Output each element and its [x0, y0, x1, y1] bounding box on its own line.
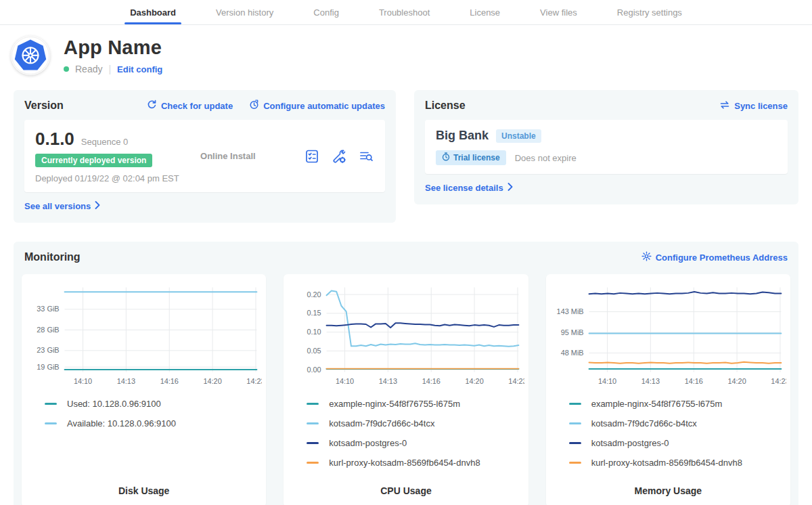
- legend-swatch: [45, 403, 57, 405]
- tab-troubleshoot[interactable]: Troubleshoot: [378, 0, 431, 24]
- svg-text:14:13: 14:13: [117, 377, 135, 385]
- license-details-row: Big Bank Unstable Trial license Does not…: [425, 120, 788, 174]
- legend-item: example-nginx-54f8f76755-l675m: [569, 399, 786, 409]
- tab-license[interactable]: License: [468, 0, 501, 24]
- chart-title: Memory Usage: [550, 468, 786, 496]
- legend-label: kotsadm-7f9dc7d66c-b4tcx: [591, 418, 697, 429]
- tab-view-files[interactable]: View files: [539, 0, 579, 24]
- configure-automatic-updates-label: Configure automatic updates: [263, 101, 385, 111]
- configure-automatic-updates-button[interactable]: Configure automatic updates: [249, 100, 385, 112]
- legend-item: Used: 10.128.0.96:9100: [45, 399, 262, 409]
- legend-label: kotsadm-7f9dc7d66c-b4tcx: [329, 418, 434, 429]
- svg-text:14:20: 14:20: [727, 377, 746, 385]
- preflight-checks-icon[interactable]: [304, 148, 320, 164]
- trial-license-label: Trial license: [453, 153, 500, 162]
- svg-text:95 MiB: 95 MiB: [560, 328, 583, 336]
- legend-label: kotsadm-postgres-0: [329, 438, 407, 448]
- gear-icon: [641, 251, 652, 263]
- chart-title: Disk Usage: [26, 468, 262, 496]
- deploy-logs-icon[interactable]: [358, 148, 374, 164]
- version-number: 0.1.0: [35, 129, 74, 150]
- status-badge: Ready: [75, 64, 102, 74]
- memory-usage-chart: 48 MiB95 MiB143 MiB14:1014:1314:1614:201…: [550, 281, 786, 389]
- disk-usage-legend: Used: 10.128.0.96:9100Available: 10.128.…: [26, 399, 262, 429]
- svg-text:0.10: 0.10: [307, 328, 321, 336]
- check-for-update-button[interactable]: Check for update: [147, 100, 233, 112]
- check-for-update-label: Check for update: [161, 101, 233, 111]
- see-all-versions-link[interactable]: See all versions: [24, 201, 100, 211]
- svg-text:143 MiB: 143 MiB: [556, 307, 583, 315]
- svg-text:14:16: 14:16: [160, 377, 179, 385]
- tab-config[interactable]: Config: [312, 0, 340, 24]
- svg-text:19 GiB: 19 GiB: [37, 363, 59, 371]
- app-header: App Name Ready | Edit config: [0, 25, 812, 82]
- sync-license-label: Sync license: [734, 101, 788, 111]
- see-license-details-label: See license details: [425, 183, 503, 193]
- legend-label: kurl-proxy-kotsadm-8569fb6454-dnvh8: [591, 458, 742, 468]
- config-tools-icon[interactable]: [331, 148, 347, 164]
- sequence-label: Sequence 0: [81, 137, 128, 147]
- divider: |: [108, 64, 111, 74]
- sync-license-button[interactable]: Sync license: [719, 100, 788, 112]
- svg-text:23 GiB: 23 GiB: [37, 346, 59, 354]
- tab-version-history[interactable]: Version history: [215, 0, 275, 24]
- legend-swatch: [307, 422, 319, 424]
- stopwatch-icon: [442, 152, 450, 163]
- svg-text:0.05: 0.05: [307, 347, 321, 355]
- version-actions: [304, 148, 374, 164]
- configure-prometheus-label: Configure Prometheus Address: [656, 252, 788, 263]
- svg-text:14:20: 14:20: [203, 377, 221, 385]
- monitoring-title: Monitoring: [24, 251, 81, 263]
- legend-swatch: [569, 442, 581, 444]
- monitoring-card: Monitoring Configure Prometheus Address …: [14, 242, 798, 505]
- edit-config-link[interactable]: Edit config: [117, 64, 162, 74]
- chevron-right-icon: [95, 201, 100, 211]
- legend-item: kotsadm-postgres-0: [307, 438, 524, 448]
- chart-title: CPU Usage: [288, 468, 524, 496]
- svg-text:14:16: 14:16: [422, 377, 441, 385]
- refresh-icon: [147, 100, 157, 112]
- version-card-title: Version: [24, 100, 64, 112]
- disk-usage-chart: 19 GiB23 GiB28 GiB33 GiB14:1014:1314:161…: [26, 281, 262, 389]
- legend-label: Used: 10.128.0.96:9100: [67, 399, 161, 409]
- sync-arrows-icon: [719, 100, 730, 112]
- svg-text:14:10: 14:10: [598, 377, 616, 385]
- legend-item: example-nginx-54f8f76755-l675m: [307, 399, 524, 409]
- svg-text:14:20: 14:20: [466, 377, 484, 385]
- see-all-versions-label: See all versions: [24, 201, 91, 211]
- svg-text:14:13: 14:13: [641, 377, 659, 385]
- kubernetes-logo-icon: [11, 36, 50, 75]
- expiry-label: Does not expire: [515, 153, 577, 163]
- tab-registry-settings[interactable]: Registry settings: [616, 0, 683, 24]
- svg-text:0.15: 0.15: [307, 309, 321, 317]
- legend-item: kotsadm-postgres-0: [569, 438, 786, 448]
- legend-swatch: [569, 422, 581, 424]
- top-nav: Dashboard Version history Config Trouble…: [0, 0, 812, 25]
- svg-text:14:10: 14:10: [74, 377, 92, 385]
- deployed-timestamp: Deployed 01/19/22 @ 02:04 pm EST: [35, 173, 179, 183]
- disk-usage-chart-card: 19 GiB23 GiB28 GiB33 GiB14:1014:1314:161…: [22, 274, 266, 505]
- charts-row: 19 GiB23 GiB28 GiB33 GiB14:1014:1314:161…: [22, 274, 790, 505]
- trial-license-badge: Trial license: [436, 150, 506, 165]
- version-info: 0.1.0 Sequence 0 Currently deployed vers…: [35, 129, 179, 183]
- chevron-right-icon: [508, 183, 513, 193]
- tab-dashboard[interactable]: Dashboard: [129, 0, 177, 24]
- customer-name: Big Bank: [436, 129, 489, 143]
- install-type-label: Online Install: [200, 151, 256, 161]
- configure-prometheus-button[interactable]: Configure Prometheus Address: [641, 251, 788, 263]
- legend-swatch: [569, 462, 581, 464]
- svg-text:14:10: 14:10: [336, 377, 354, 385]
- see-license-details-link[interactable]: See license details: [425, 183, 513, 193]
- svg-text:48 MiB: 48 MiB: [560, 349, 583, 357]
- legend-item: kotsadm-7f9dc7d66c-b4tcx: [307, 418, 524, 429]
- version-card: Version Check for update Configure autom…: [14, 90, 396, 223]
- legend-swatch: [45, 422, 57, 424]
- svg-text:14:23: 14:23: [509, 377, 524, 385]
- legend-label: kurl-proxy-kotsadm-8569fb6454-dnvh8: [329, 458, 480, 468]
- cpu-usage-legend: example-nginx-54f8f76755-l675mkotsadm-7f…: [288, 399, 524, 468]
- legend-item: kurl-proxy-kotsadm-8569fb6454-dnvh8: [307, 458, 524, 468]
- svg-text:14:23: 14:23: [771, 377, 786, 385]
- legend-label: example-nginx-54f8f76755-l675m: [591, 399, 723, 409]
- cards-row: Version Check for update Configure autom…: [0, 90, 812, 223]
- svg-text:0.20: 0.20: [307, 290, 321, 299]
